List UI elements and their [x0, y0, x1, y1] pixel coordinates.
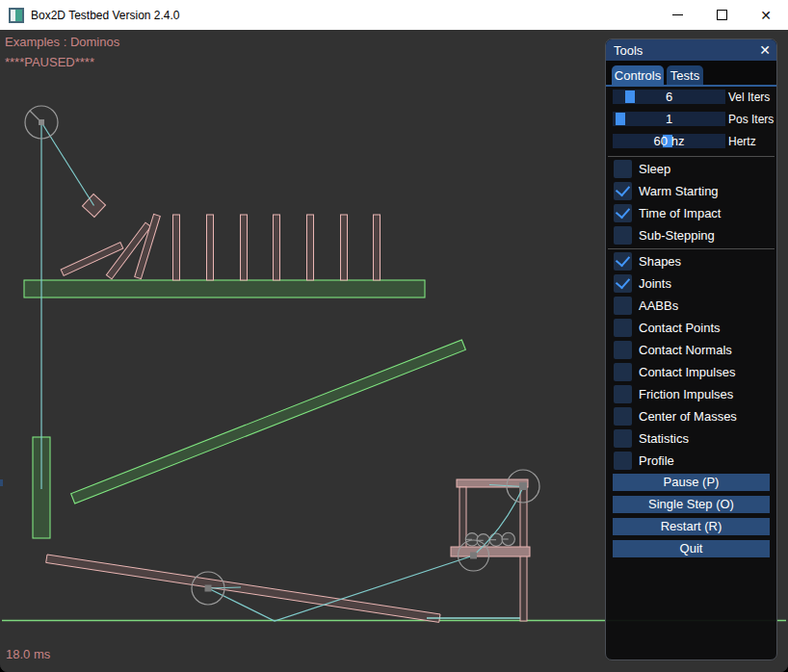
app-icon: [9, 8, 24, 23]
joint-lines: [41, 122, 523, 621]
checkbox-label: Contact Points: [639, 319, 721, 337]
checkbox[interactable]: [614, 341, 632, 359]
separator: [608, 156, 775, 157]
check-icon: [616, 182, 630, 197]
window-titlebar: Box2D Testbed Version 2.4.0 ✕: [0, 0, 788, 30]
checkbox-label: Joints: [639, 274, 671, 293]
checkbox[interactable]: [614, 226, 632, 245]
separator: [608, 248, 775, 249]
checkbox-label: Profile: [639, 452, 674, 470]
checkbox[interactable]: [614, 160, 632, 178]
checkbox[interactable]: [614, 252, 632, 271]
window-title: Box2D Testbed Version 2.4.0: [31, 9, 180, 22]
checkbox[interactable]: [614, 407, 632, 426]
checkbox[interactable]: [614, 363, 632, 381]
window-edge-mark: [0, 479, 3, 486]
slider-label: Vel Iters: [728, 90, 770, 105]
checkbox[interactable]: [614, 204, 632, 222]
maximize-icon: [717, 10, 727, 20]
example-label: Examples : Dominos: [5, 35, 119, 49]
checkbox-label: Statistics: [639, 429, 689, 448]
checkbox-label: Friction Impulses: [639, 385, 733, 403]
tools-tabs: Controls Tests: [606, 61, 776, 87]
dominos-standing: [173, 215, 381, 280]
maximize-button[interactable]: [699, 0, 744, 30]
tools-close-icon[interactable]: ✕: [759, 42, 771, 58]
button-pause-p[interactable]: Pause (P): [613, 474, 770, 491]
checkbox-label: Contact Normals: [639, 341, 732, 359]
minimize-icon: [672, 14, 683, 15]
slider-pos-iters[interactable]: 1: [613, 112, 725, 126]
checkbox-label: Sub-Stepping: [639, 226, 715, 245]
dominos-falling: [61, 214, 160, 278]
button-restart-r[interactable]: Restart (R): [613, 518, 770, 535]
checkbox-label: Warm Starting: [639, 182, 719, 200]
checkbox-label: Time of Impact: [639, 204, 721, 222]
checkbox-label: AABBs: [639, 297, 678, 315]
static-shelf: [24, 280, 425, 297]
tab-controls[interactable]: Controls: [612, 65, 664, 85]
checkbox[interactable]: [614, 297, 632, 315]
frame-time-label: 18.0 ms: [6, 647, 50, 661]
checkbox[interactable]: [614, 182, 632, 200]
tab-tests[interactable]: Tests: [667, 65, 703, 85]
paused-label: ****PAUSED****: [5, 55, 94, 69]
slider-label: Hertz: [728, 134, 756, 149]
slider-label: Pos Iters: [728, 112, 774, 127]
green-plank: [71, 340, 466, 504]
tools-panel-titlebar[interactable]: Tools ✕: [606, 39, 776, 61]
checkbox[interactable]: [614, 429, 632, 448]
salmon-plank: [46, 555, 440, 622]
app-window: Box2D Testbed Version 2.4.0 ✕: [0, 0, 788, 672]
checkbox[interactable]: [614, 319, 632, 337]
checkbox-label: Shapes: [639, 252, 681, 271]
checkbox[interactable]: [614, 274, 632, 293]
slider-value: 6: [613, 90, 725, 104]
button-single-step-o[interactable]: Single Step (O): [613, 496, 770, 513]
tools-panel-title: Tools: [614, 43, 643, 58]
simulation-canvas[interactable]: Examples : Dominos ****PAUSED**** 18.0 m…: [0, 30, 788, 672]
tools-panel: Tools ✕ Controls Tests 6Vel Iters1Pos It…: [605, 39, 777, 660]
check-icon: [616, 204, 630, 220]
checkbox-label: Center of Masses: [639, 407, 737, 426]
checkbox-label: Contact Impulses: [639, 363, 735, 381]
slider-vel-iters[interactable]: 6: [613, 90, 725, 104]
check-icon: [616, 252, 630, 268]
checkbox[interactable]: [614, 452, 632, 470]
minimize-button[interactable]: [655, 0, 699, 30]
ball-table: [451, 479, 530, 621]
slider-value: 60 hz: [613, 134, 725, 148]
tab-underline: [606, 85, 776, 87]
check-icon: [616, 274, 630, 290]
button-quit[interactable]: Quit: [613, 540, 770, 557]
checkbox[interactable]: [614, 385, 632, 403]
checkbox-label: Sleep: [639, 160, 670, 178]
slider-hertz[interactable]: 60 hz: [613, 134, 725, 148]
slider-value: 1: [613, 112, 725, 126]
close-icon: ✕: [760, 9, 772, 22]
close-button[interactable]: ✕: [744, 0, 788, 30]
